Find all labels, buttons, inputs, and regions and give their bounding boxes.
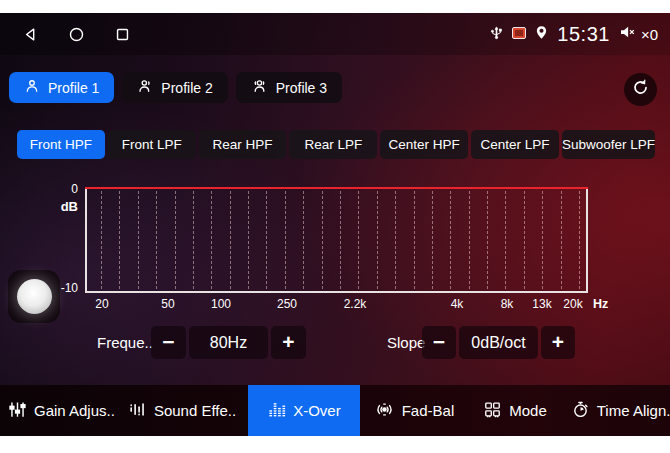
profile-2-button[interactable]: Profile 2 xyxy=(122,72,227,103)
crossover-bars-icon xyxy=(267,400,286,422)
gridline xyxy=(542,191,543,289)
reset-button[interactable] xyxy=(624,73,657,106)
status-bar: 15:31 ×0 xyxy=(0,13,670,55)
x-tick-label: 250 xyxy=(277,297,297,311)
toolbar-time-label: Time Align.. xyxy=(597,402,670,419)
toolbar-sound-label: Sound Effe.. xyxy=(154,402,236,419)
user-3-icon xyxy=(251,78,268,97)
toolbar-sound-effects[interactable]: Sound Effe.. xyxy=(128,385,236,436)
gridline xyxy=(358,191,359,289)
frequency-plus-button[interactable]: + xyxy=(271,326,306,359)
toolbar-mode[interactable]: Mode xyxy=(483,385,547,436)
gridline xyxy=(175,191,176,289)
slope-label: Slope xyxy=(387,326,425,359)
gridline xyxy=(322,191,323,289)
gridline xyxy=(101,191,102,289)
fader-balance-icon xyxy=(374,400,395,422)
response-curve xyxy=(85,187,588,189)
gridline xyxy=(285,191,286,289)
sdcard-icon xyxy=(512,25,526,43)
gridline xyxy=(248,191,249,289)
x-tick-label: 50 xyxy=(161,297,174,311)
x-tick-label: 4k xyxy=(451,297,464,311)
x-tick-label: 2.2k xyxy=(344,297,367,311)
gridline xyxy=(395,191,396,289)
refresh-icon xyxy=(631,78,650,101)
x-tick-label: 8k xyxy=(501,297,514,311)
x-tick-label: 13k xyxy=(532,297,551,311)
gridline xyxy=(211,191,212,289)
profile-1-button[interactable]: Profile 1 xyxy=(9,72,114,103)
frequency-label: Freque.. xyxy=(97,326,153,359)
home-icon[interactable] xyxy=(68,26,85,43)
toolbar-gain-label: Gain Adjus.. xyxy=(34,402,115,419)
x-tick-label: 100 xyxy=(211,297,231,311)
gridline xyxy=(432,191,433,289)
x-axis-unit-label: Hz xyxy=(593,297,608,311)
gridline xyxy=(377,191,378,289)
profile-2-label: Profile 2 xyxy=(161,80,212,96)
gridline xyxy=(156,191,157,289)
slope-minus-button[interactable]: − xyxy=(422,326,456,359)
toolbar-x-over[interactable]: X-Over xyxy=(248,385,360,436)
tab-front-lpf[interactable]: Front LPF xyxy=(108,130,196,159)
tab-rear-hpf[interactable]: Rear HPF xyxy=(199,130,287,159)
usb-icon xyxy=(489,24,504,45)
toolbar-fad-label: Fad-Bal xyxy=(402,402,455,419)
recents-icon[interactable] xyxy=(114,26,131,43)
x-tick-label: 20 xyxy=(95,297,108,311)
frequency-value: 80Hz xyxy=(189,326,268,359)
frequency-response-plot xyxy=(85,188,588,293)
toolbar-gain-adjust[interactable]: Gain Adjus.. xyxy=(8,385,115,436)
x-tick-label: 20k xyxy=(563,297,582,311)
android-nav-buttons xyxy=(22,26,131,43)
gridline xyxy=(340,191,341,289)
stopwatch-icon xyxy=(571,400,590,422)
profile-3-label: Profile 3 xyxy=(276,80,327,96)
y-axis-unit-label: dB xyxy=(52,199,78,214)
volume-level: ×0 xyxy=(641,26,658,43)
slope-value: 0dB/oct xyxy=(459,326,538,359)
gridline xyxy=(561,191,562,289)
user-icon xyxy=(24,78,40,97)
profile-3-button[interactable]: Profile 3 xyxy=(236,72,342,103)
sliders-icon xyxy=(8,400,27,422)
profile-tabs: Profile 1 Profile 2 Profile 3 xyxy=(9,72,342,103)
rotary-knob[interactable] xyxy=(8,270,60,323)
equalizer-wave-icon xyxy=(128,400,147,422)
tab-center-hpf[interactable]: Center HPF xyxy=(380,130,468,159)
gridline xyxy=(138,191,139,289)
toolbar-mode-label: Mode xyxy=(509,402,547,419)
gridline xyxy=(193,191,194,289)
gridline xyxy=(469,191,470,289)
x-axis-tick-labels: Hz 20501002502.2k4k8k13k20k xyxy=(85,297,625,313)
toolbar-xover-label: X-Over xyxy=(293,402,341,419)
gridline xyxy=(414,191,415,289)
user-2-icon xyxy=(137,78,153,97)
gridline xyxy=(505,191,506,289)
toolbar-fad-bal[interactable]: Fad-Bal xyxy=(374,385,455,436)
gridline xyxy=(450,191,451,289)
knob-dial[interactable] xyxy=(17,279,52,314)
gridline xyxy=(266,191,267,289)
profile-1-label: Profile 1 xyxy=(48,80,99,96)
speaker-mute-icon[interactable] xyxy=(618,23,636,45)
bottom-toolbar: Gain Adjus.. Sound Effe.. X-Over Fad-Bal… xyxy=(0,385,670,436)
toolbar-time-align[interactable]: Time Align.. xyxy=(571,385,670,436)
y-axis-top-label: 0 xyxy=(58,182,78,196)
tab-rear-lpf[interactable]: Rear LPF xyxy=(289,130,377,159)
frequency-minus-button[interactable]: − xyxy=(151,326,186,359)
tab-center-lpf[interactable]: Center LPF xyxy=(471,130,559,159)
tab-front-hpf[interactable]: Front HPF xyxy=(17,130,105,159)
gridline xyxy=(579,191,580,289)
status-icons: 15:31 ×0 xyxy=(489,23,658,46)
slope-plus-button[interactable]: + xyxy=(541,326,575,359)
gridline xyxy=(230,191,231,289)
crossover-filter-tabs: Front HPF Front LPF Rear HPF Rear LPF Ce… xyxy=(17,130,655,159)
car-stereo-screenshot: 15:31 ×0 Profile 1 Profile 2 Profile 3 xyxy=(0,0,670,453)
gridline xyxy=(487,191,488,289)
tab-subwoofer-lpf[interactable]: Subwoofer LPF xyxy=(562,130,655,159)
back-icon[interactable] xyxy=(22,26,39,43)
gridline xyxy=(303,191,304,289)
gridline xyxy=(524,191,525,289)
